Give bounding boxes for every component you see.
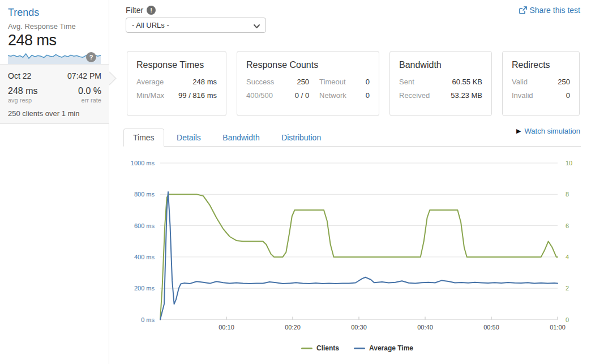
trend-err-value: 0.0 % <box>78 86 101 96</box>
share-icon <box>519 6 527 14</box>
stat-value: 0 <box>366 78 370 86</box>
x-axis-tick-label: 00:10 <box>219 324 234 331</box>
trend-list-item-selected[interactable]: Oct 22 07:42 PM 248 ms 0.0 % avg resp er… <box>0 64 109 124</box>
trends-link[interactable]: Trends <box>8 7 101 19</box>
trend-err-label: err rate <box>82 97 101 104</box>
x-axis-tick-label: 00:20 <box>285 324 301 331</box>
url-filter-select[interactable]: - All URLs - <box>126 18 266 33</box>
right-axis-tick-label: 4 <box>566 254 569 260</box>
stat-value: 250 <box>297 78 309 86</box>
stat-value: 0 <box>366 91 370 100</box>
share-test-link[interactable]: Share this test <box>519 6 581 15</box>
left-axis-tick-label: 200 ms <box>134 285 155 292</box>
stat-value: 53.23 MB <box>451 91 482 100</box>
share-link-label: Share this test <box>530 6 581 15</box>
stat-label: Min/Max <box>136 91 164 100</box>
stat-value: 0 / 0 <box>295 91 309 100</box>
chevron-down-icon <box>253 23 260 30</box>
stat-label: Sent <box>399 78 414 86</box>
stat-value: 250 <box>558 78 570 86</box>
card-title: Response Counts <box>246 60 370 70</box>
average-time-series-line <box>160 192 558 320</box>
x-axis-tick-label: 00:30 <box>351 324 367 331</box>
stat-label: Timeout <box>319 78 345 86</box>
average-time-legend-dash-icon <box>354 348 365 349</box>
help-icon[interactable]: ? <box>86 52 96 62</box>
stat-label: Received <box>399 91 430 100</box>
filter-info-icon[interactable]: ! <box>147 6 156 15</box>
x-axis-tick-label: 00:40 <box>417 324 433 331</box>
trend-avg-label: avg resp <box>8 97 32 104</box>
clients-legend-label: Clients <box>316 344 339 352</box>
right-axis-tick-label: 8 <box>566 191 569 198</box>
stat-value: 0 <box>566 91 570 100</box>
stat-label: Success <box>246 78 274 86</box>
x-axis-tick-label: 01:00 <box>550 324 566 331</box>
trend-summary: 250 clients over 1 min <box>8 109 101 118</box>
stat-label: Average <box>136 78 164 86</box>
times-chart: 0 ms0200 ms2400 ms4600 ms6800 ms81000 ms… <box>123 153 591 357</box>
left-axis-tick-label: 0 ms <box>141 316 155 323</box>
tab-times[interactable]: Times <box>123 129 164 147</box>
clients-legend-dash-icon <box>301 348 312 349</box>
trend-avg-value: 248 ms <box>8 86 37 96</box>
right-axis-tick-label: 0 <box>566 316 569 323</box>
play-icon: ▶ <box>516 127 521 135</box>
main-content: Filter ! - All URLs - Share this test Re… <box>109 0 591 364</box>
avg-response-time-label: Avg. Response Time <box>8 22 101 31</box>
summary-cards-row: Response Times Average248 ms Min/Max99 /… <box>127 51 580 116</box>
avg-response-time-value: 248 ms <box>8 32 101 49</box>
trends-sidebar: Trends Avg. Response Time 248 ms ? Oct 2… <box>0 0 109 364</box>
stat-value: 248 ms <box>192 78 217 86</box>
legend-item-clients[interactable]: Clients <box>301 344 339 352</box>
stat-value: 99 / 816 ms <box>178 91 217 100</box>
chart-tabs: Times Details Bandwidth Distribution <box>123 128 581 147</box>
line-chart-canvas[interactable]: 0 ms0200 ms2400 ms4600 ms6800 ms81000 ms… <box>123 153 591 337</box>
stat-label: Network <box>319 91 346 100</box>
card-title: Bandwidth <box>399 60 482 70</box>
tab-details[interactable]: Details <box>168 129 210 146</box>
tab-distribution[interactable]: Distribution <box>272 129 330 146</box>
right-axis-tick-label: 10 <box>566 160 572 166</box>
tab-bandwidth[interactable]: Bandwidth <box>213 129 268 146</box>
watch-simulation-link[interactable]: ▶ Watch simulation <box>516 127 580 135</box>
stat-label: Invalid <box>512 91 533 100</box>
right-axis-tick-label: 6 <box>566 222 569 229</box>
loader-test-results-page: Trends Avg. Response Time 248 ms ? Oct 2… <box>0 0 591 364</box>
response-counts-card: Response Counts Success250 Timeout0 400/… <box>237 51 379 116</box>
response-times-card: Response Times Average248 ms Min/Max99 /… <box>127 51 226 116</box>
card-title: Redirects <box>512 60 570 70</box>
filter-label: Filter <box>126 6 143 15</box>
trend-date: Oct 22 <box>8 71 31 80</box>
left-axis-tick-label: 800 ms <box>134 191 155 198</box>
trend-time: 07:42 PM <box>67 71 101 80</box>
right-axis-tick-label: 2 <box>566 285 569 292</box>
left-axis-tick-label: 1000 ms <box>131 160 155 166</box>
url-filter-selected-value: - All URLs - <box>132 21 169 29</box>
left-axis-tick-label: 600 ms <box>134 222 155 229</box>
legend-item-average-time[interactable]: Average Time <box>354 344 413 352</box>
chart-legend: Clients Average Time <box>123 344 591 352</box>
watch-simulation-label: Watch simulation <box>525 127 581 135</box>
average-time-legend-label: Average Time <box>369 344 413 352</box>
trend-sparkline: ? <box>8 50 101 64</box>
stat-label: Valid <box>512 78 528 86</box>
redirects-card: Redirects Valid250 Invalid0 <box>502 51 580 116</box>
left-axis-tick-label: 400 ms <box>134 254 155 260</box>
bandwidth-card: Bandwidth Sent60.55 KB Received53.23 MB <box>389 51 492 116</box>
x-axis-tick-label: 00:50 <box>483 324 499 331</box>
card-title: Response Times <box>136 60 217 70</box>
stat-label: 400/500 <box>246 91 273 100</box>
stat-value: 60.55 KB <box>452 78 483 86</box>
